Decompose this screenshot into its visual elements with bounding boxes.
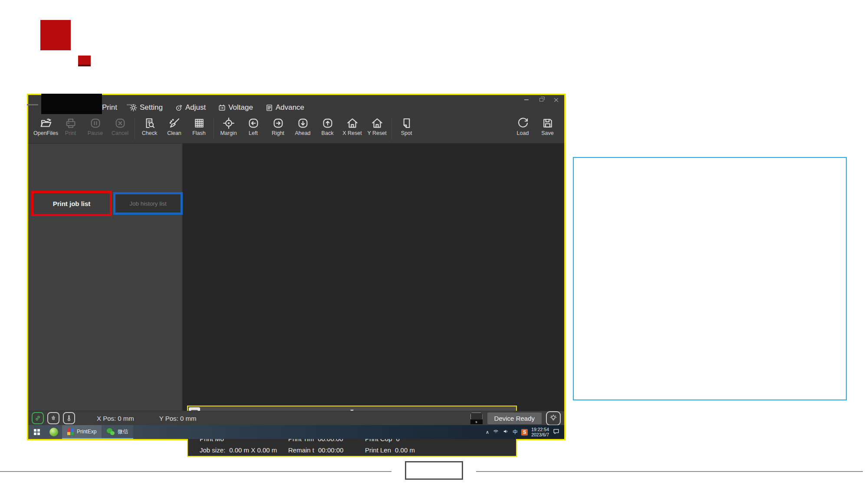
x-position-readout: X Pos: 0 mm <box>97 415 134 422</box>
voltage-icon <box>218 104 226 112</box>
toolbar: OpenFiles Print Pause Cancel Check <box>28 114 564 144</box>
check-button[interactable]: Check <box>137 116 162 140</box>
gear-icon <box>129 104 138 112</box>
arrow-left-icon <box>247 116 260 130</box>
toolbar-label: Load <box>517 131 529 136</box>
open-files-button[interactable]: OpenFiles <box>33 116 58 140</box>
ahead-button[interactable]: Ahead <box>290 116 315 140</box>
cancel-button[interactable]: Cancel <box>108 116 132 140</box>
link-icon[interactable] <box>32 412 44 424</box>
y-reset-button[interactable]: Y Reset <box>365 116 389 140</box>
light-bulb-icon[interactable] <box>546 411 561 426</box>
toolbar-separator <box>214 118 214 140</box>
arrow-right-icon <box>272 116 285 130</box>
taskbar-item-label: 微信 <box>118 428 128 436</box>
info-field: Remain t00:00:00 <box>288 445 365 456</box>
thermometer-icon[interactable] <box>63 412 75 424</box>
toolbar-label: Pause <box>88 131 103 136</box>
toolbar-label: Margin <box>220 131 237 136</box>
right-button[interactable]: Right <box>266 116 290 140</box>
system-tray: ∧ 中 S 19:22:54 2023/6/7 <box>486 425 564 439</box>
flash-grid-icon <box>193 116 206 130</box>
start-button[interactable] <box>28 425 46 439</box>
wechat-icon <box>107 428 115 435</box>
menu-voltage-label: Voltage <box>228 103 253 112</box>
main-area: Print job list Job history list ▼ Job Dp… <box>28 144 564 411</box>
window-controls <box>523 97 559 102</box>
toolbar-label: Y Reset <box>367 131 386 136</box>
toolbar-label: Clean <box>167 131 181 136</box>
toolbar-label: OpenFiles <box>33 131 58 136</box>
load-button[interactable]: Load <box>510 116 535 136</box>
taskbar-clock[interactable]: 19:22:54 2023/6/7 <box>531 427 549 437</box>
tray-chevron-icon[interactable]: ∧ <box>486 429 489 435</box>
decor-red-square-small <box>78 56 91 66</box>
volume-icon[interactable] <box>503 428 509 436</box>
pause-icon <box>89 116 102 130</box>
pause-button[interactable]: Pause <box>83 116 108 140</box>
toolbar-label: Right <box>272 131 284 136</box>
status-bar: X Pos: 0 mm Y Pos: 0 mm s Device Ready <box>28 411 564 425</box>
toolbar-label: Back <box>322 131 334 136</box>
taskbar-item-printexp[interactable]: PrintExp <box>62 425 102 439</box>
toolbar-label: Print <box>65 131 76 136</box>
menu-advance-label: Advance <box>276 103 304 112</box>
info-field: Print Len0.00 m <box>365 445 516 456</box>
printexp-icon <box>67 429 74 435</box>
flash-button[interactable]: Flash <box>187 116 211 140</box>
tab-job-history-list[interactable]: Job history list <box>113 192 183 215</box>
back-button[interactable]: Back <box>315 116 340 140</box>
menu-setting[interactable]: Setting <box>129 103 163 112</box>
tab-print-job-list[interactable]: Print job list <box>31 191 112 216</box>
ink-label: s <box>470 419 483 424</box>
spot-button[interactable]: Spot <box>394 116 419 140</box>
margin-target-icon <box>222 116 235 130</box>
arrow-up-icon <box>321 116 334 130</box>
preview-canvas <box>183 144 564 411</box>
minimize-icon[interactable] <box>523 97 529 102</box>
menu-adjust[interactable]: Adjust <box>175 103 206 112</box>
footer-rule-right <box>476 471 863 472</box>
clean-button[interactable]: Clean <box>162 116 187 140</box>
save-floppy-icon <box>541 116 554 130</box>
left-button[interactable]: Left <box>241 116 266 140</box>
wifi-icon[interactable] <box>493 428 499 436</box>
print-button[interactable]: Print <box>58 116 83 140</box>
taskbar-item-wechat[interactable]: 微信 <box>102 425 133 439</box>
x-reset-button[interactable]: X Reset <box>340 116 365 140</box>
document-page: Print Setting Adjust Voltage Advance <box>0 0 868 488</box>
sogou-icon[interactable]: S <box>521 429 528 436</box>
spray-icon[interactable] <box>47 412 59 424</box>
title-bar: Print Setting Adjust Voltage Advance <box>28 95 564 114</box>
save-button[interactable]: Save <box>535 116 560 136</box>
toolbar-label: Left <box>249 131 258 136</box>
close-icon[interactable] <box>553 97 559 102</box>
windows-logo-icon <box>34 429 40 436</box>
status-right-cluster: s Device Ready <box>470 411 564 426</box>
redacted-logo-box <box>41 94 102 115</box>
toolbar-label: Spot <box>401 131 412 136</box>
menu-print[interactable]: Print <box>102 103 117 112</box>
toolbar-separator <box>135 118 135 140</box>
menu-adjust-label: Adjust <box>185 103 206 112</box>
windows-taskbar: PrintExp 微信 ∧ 中 S 19:22:54 2023/6/7 <box>28 425 564 439</box>
ime-indicator[interactable]: 中 <box>513 429 518 436</box>
menu-print-label: Print <box>102 103 117 112</box>
arrow-down-icon <box>296 116 309 130</box>
taskbar-app-green[interactable] <box>46 425 62 439</box>
menu-voltage[interactable]: Voltage <box>218 103 253 112</box>
info-field: Job size:0.00 m X 0.00 m <box>200 445 288 456</box>
menu-advance[interactable]: Advance <box>265 103 304 112</box>
annotation-box-cyan <box>573 157 847 400</box>
margin-button[interactable]: Margin <box>216 116 241 140</box>
device-status-badge: Device Ready <box>487 413 542 424</box>
artifact-dash <box>27 104 38 105</box>
toolbar-left-group: OpenFiles Print Pause Cancel Check <box>28 114 419 140</box>
advance-document-icon <box>265 104 273 112</box>
toolbar-label: X Reset <box>342 131 362 136</box>
restore-icon[interactable] <box>538 97 544 102</box>
green-app-icon <box>49 428 58 436</box>
notification-icon[interactable] <box>552 428 560 436</box>
clean-brush-icon <box>168 116 181 130</box>
y-position-readout: Y Pos: 0 mm <box>159 415 197 422</box>
